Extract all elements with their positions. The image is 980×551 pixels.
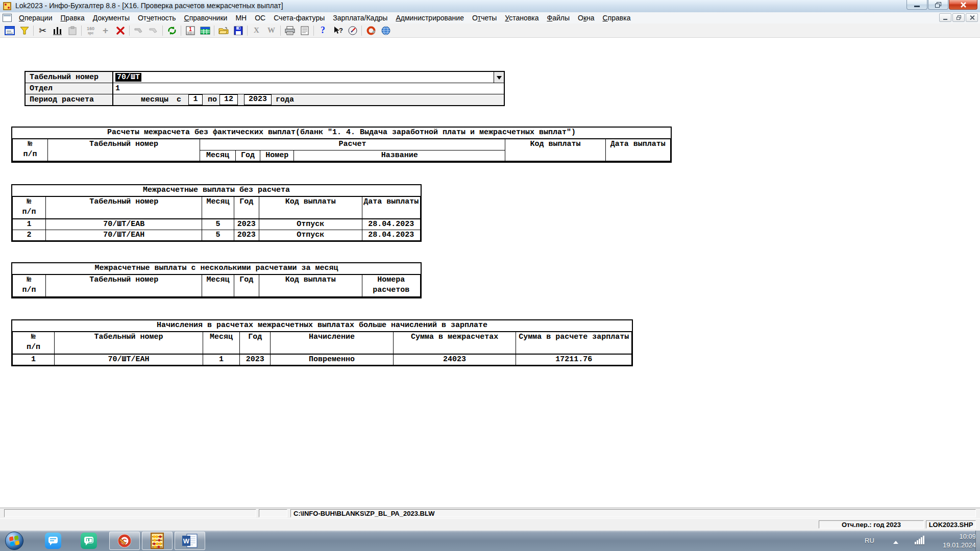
- menu-item-reporting[interactable]: Отчетность: [134, 13, 180, 23]
- refresh-button[interactable]: [164, 24, 179, 37]
- start-button[interactable]: [5, 532, 23, 550]
- word-app-icon: W: [182, 533, 198, 548]
- tray-show-hidden-button[interactable]: [893, 538, 898, 544]
- mdi-restore-icon: [957, 15, 961, 20]
- table-calcs-without-payments: Расчеты межрасчета без фактических выпла…: [11, 127, 672, 163]
- col-header: Месяц: [202, 275, 234, 297]
- menu-item-os[interactable]: ОС: [251, 13, 270, 23]
- document-icon: [301, 26, 309, 35]
- web-button[interactable]: [378, 24, 393, 37]
- toolbar-separator: [181, 26, 181, 36]
- col-header: Табельный номер: [46, 197, 202, 219]
- blank-file-path: C:\INFO-BUH\BLANKS\ZP_BL_PA_2023.BLW: [290, 509, 976, 517]
- menu-item-operations[interactable]: Операции: [15, 13, 57, 23]
- word-button: W: [264, 24, 279, 37]
- print-button[interactable]: [282, 24, 297, 37]
- tray-signal-icon: [915, 536, 925, 544]
- menu-item-windows[interactable]: Окна: [574, 13, 599, 23]
- printer-icon: [285, 26, 295, 35]
- report-period-panel: Отч.пер.: год 2023: [819, 520, 924, 529]
- taskbar-messenger-teal-button[interactable]: [81, 533, 97, 549]
- taskbar-app-c-button[interactable]: С: [109, 532, 140, 550]
- mdi-minimize-icon: [943, 19, 947, 20]
- table-title: Начисления в расчетах межрасчетных выпла…: [12, 320, 632, 332]
- menu-item-invoices[interactable]: Счета-фактуры: [270, 13, 329, 23]
- taskbar-word-button[interactable]: W: [175, 532, 205, 550]
- menu-item-payroll[interactable]: Зарплата/Кадры: [329, 13, 391, 23]
- ring-logo-icon: [366, 26, 376, 35]
- menu-item-help[interactable]: Справка: [599, 13, 635, 23]
- help-cursor-icon: ?: [333, 26, 343, 35]
- table-row: 170/ШТ/ЕАВ52023Отпуск28.04.2023: [13, 219, 421, 230]
- toolbar-separator: [313, 26, 314, 36]
- menu-item-administration[interactable]: Администрирование: [391, 13, 468, 23]
- question-icon: ?: [321, 25, 325, 36]
- tray-language-indicator[interactable]: RU: [865, 537, 874, 544]
- col-header: Сумма в межрасчетах: [393, 332, 516, 355]
- minimize-button[interactable]: [906, 0, 927, 10]
- mdi-minimize-button[interactable]: [939, 13, 951, 22]
- tab-number-combo[interactable]: 70/ШТ: [113, 72, 504, 83]
- word-icon: W: [267, 27, 275, 34]
- mdi-document-icon[interactable]: [3, 14, 12, 22]
- refresh-icon: [167, 26, 177, 35]
- month-from-input[interactable]: 1: [188, 94, 203, 105]
- taskbar-infobuh-button[interactable]: [142, 532, 173, 550]
- year-input[interactable]: 2023: [244, 94, 272, 105]
- col-header: Табельный номер: [48, 139, 200, 162]
- taskbar-messenger-blue-button[interactable]: [45, 533, 61, 549]
- form-button[interactable]: [2, 24, 17, 37]
- close-button[interactable]: [949, 0, 977, 10]
- spray-icon-2: [149, 27, 159, 35]
- calendar-icon: 1: [186, 26, 195, 35]
- period-label: Период расчета: [26, 94, 113, 105]
- menu-item-directories[interactable]: Справочники: [180, 13, 232, 23]
- department-input[interactable]: 1: [113, 83, 504, 94]
- menu-bar: Операции Правка Документы Отчетность Спр…: [0, 12, 980, 24]
- abacus-icon: [151, 533, 164, 549]
- col-header: №п/п: [13, 139, 48, 162]
- mdi-close-icon: [970, 15, 974, 20]
- restore-button[interactable]: [928, 0, 948, 10]
- menu-item-mn[interactable]: МН: [231, 13, 251, 23]
- menu-item-files[interactable]: Файлы: [543, 13, 574, 23]
- form-icon: [5, 26, 15, 35]
- col-header: Табельный номер: [55, 332, 203, 355]
- svg-text:1: 1: [189, 27, 192, 32]
- preview-button[interactable]: [297, 24, 312, 37]
- filter-button[interactable]: [17, 24, 32, 37]
- col-header: Название: [294, 151, 505, 162]
- month-to-input[interactable]: 12: [219, 94, 238, 105]
- col-header: Месяц: [203, 332, 239, 355]
- logo-button[interactable]: [363, 24, 378, 37]
- show-desktop-button[interactable]: [975, 531, 980, 551]
- help-button[interactable]: ?: [315, 24, 330, 37]
- toolbar-separator: [247, 26, 248, 36]
- open-button[interactable]: [216, 24, 231, 37]
- menu-item-setup[interactable]: Установка: [501, 13, 543, 23]
- combo-dropdown-button[interactable]: [494, 72, 504, 83]
- close-icon: [960, 2, 967, 8]
- menu-item-reports[interactable]: Отчеты: [468, 13, 501, 23]
- gauge-button[interactable]: [345, 24, 360, 37]
- cut-button[interactable]: ✂: [35, 24, 50, 37]
- mdi-restore-button[interactable]: [952, 13, 965, 22]
- minimize-icon: [914, 6, 920, 7]
- col-header: Сумма в расчете зарплаты: [516, 332, 632, 355]
- excel-button: X: [249, 24, 264, 37]
- menu-item-edit[interactable]: Правка: [57, 13, 89, 23]
- menu-item-documents[interactable]: Документы: [89, 13, 134, 23]
- levels-button[interactable]: [50, 24, 65, 37]
- globe-icon: [381, 26, 390, 35]
- form-row-tab-number: Табельный номер 70/ШТ: [26, 72, 504, 83]
- save-button[interactable]: [231, 24, 246, 37]
- spreadsheet-button[interactable]: [198, 24, 212, 37]
- tray-clock[interactable]: 10:09 19.01.2024: [931, 532, 976, 549]
- scale-button: 160зрс: [83, 24, 98, 37]
- mdi-close-button[interactable]: [966, 13, 978, 22]
- delete-button[interactable]: [113, 24, 128, 37]
- context-help-button[interactable]: ?: [330, 24, 345, 37]
- tray-network-button[interactable]: [915, 536, 925, 544]
- form-row-department: Отдел 1: [26, 83, 504, 94]
- calendar-button[interactable]: 1: [183, 24, 198, 37]
